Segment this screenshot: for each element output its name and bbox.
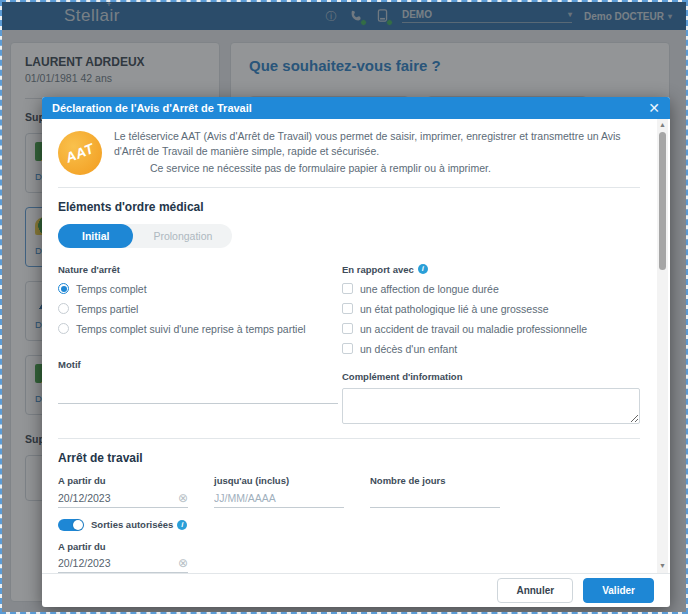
scrollbar-thumb[interactable] — [659, 132, 666, 270]
aat-declaration-modal: Déclaration de l'Avis d'Arrêt de Travail… — [42, 97, 670, 607]
checkbox-label: un décès d'un enfant — [360, 343, 457, 355]
sorties-toggle-row: Sorties autorisées i — [58, 519, 640, 531]
radio-label: Temps complet — [76, 283, 147, 295]
aat-logo-icon: AAT — [58, 131, 102, 175]
sorties-toggle[interactable] — [58, 519, 84, 531]
intro-text: Le téléservice AAT (Avis d'Arrêt de Trav… — [114, 129, 640, 177]
sorties-toggle-label: Sorties autorisées i — [91, 519, 187, 530]
intro-line-1: Le téléservice AAT (Avis d'Arrêt de Trav… — [114, 129, 640, 159]
sorties-label-text: Sorties autorisées — [91, 519, 173, 530]
radio-icon[interactable] — [58, 303, 69, 314]
tab-prolongation[interactable]: Prolongation — [133, 224, 232, 248]
rapport-label: En rapport avec i — [342, 264, 640, 275]
medical-form-grid: Nature d'arrêt Temps complet Temps parti… — [58, 264, 640, 428]
until-date-input[interactable] — [214, 492, 344, 504]
cancel-button[interactable]: Annuler — [497, 578, 573, 603]
clear-icon[interactable]: ⊗ — [178, 493, 188, 503]
modal-body: AAT Le téléservice AAT (Avis d'Arrêt de … — [42, 119, 670, 573]
motif-field: Motif — [58, 359, 338, 404]
complement-textarea[interactable] — [342, 388, 640, 424]
aat-logo-text: AAT — [63, 140, 96, 166]
radio-icon[interactable] — [58, 323, 69, 334]
checkbox-deces-enfant[interactable]: un décès d'un enfant — [342, 343, 640, 355]
nature-column: Nature d'arrêt Temps complet Temps parti… — [58, 264, 342, 428]
days-count-input[interactable] — [370, 492, 500, 504]
days-count-label: Nombre de jours — [370, 475, 518, 486]
motif-label: Motif — [58, 359, 338, 370]
from-date-input-wrap: ⊗ — [58, 490, 188, 508]
checkbox-icon[interactable] — [342, 283, 353, 294]
modal-title: Déclaration de l'Avis d'Arrêt de Travail — [52, 102, 252, 114]
info-icon[interactable]: i — [418, 264, 428, 274]
radio-label: Temps complet suivi d'une reprise à temp… — [76, 323, 306, 335]
motif-input-wrap — [58, 386, 338, 404]
from-date-input[interactable] — [58, 492, 178, 504]
checkbox-icon[interactable] — [342, 303, 353, 314]
checkbox-icon[interactable] — [342, 343, 353, 354]
checkbox-grossesse[interactable]: un état pathologique lié à une grossesse — [342, 303, 640, 315]
from-date-field: A partir du ⊗ — [58, 475, 206, 508]
complement-label: Complément d'information — [342, 371, 640, 382]
radio-temps-partiel[interactable]: Temps partiel — [58, 303, 342, 315]
radio-temps-complet-reprise[interactable]: Temps complet suivi d'une reprise à temp… — [58, 323, 342, 335]
scroll-up-icon[interactable]: ▲ — [657, 119, 668, 130]
arret-section-title: Arrêt de travail — [58, 451, 640, 465]
nature-label: Nature d'arrêt — [58, 264, 342, 275]
info-icon[interactable]: i — [177, 520, 187, 530]
toggle-knob — [73, 520, 83, 530]
days-count-input-wrap — [370, 490, 500, 508]
from-date-label: A partir du — [58, 475, 206, 486]
divider — [58, 438, 640, 439]
checkbox-icon[interactable] — [342, 323, 353, 334]
modal-footer: Annuler Valider — [42, 573, 670, 607]
clear-icon[interactable]: ⊗ — [178, 558, 188, 568]
checkbox-accident-travail[interactable]: un accident de travail ou maladie profes… — [342, 323, 640, 335]
radio-icon[interactable] — [58, 283, 69, 294]
checkbox-label: un accident de travail ou maladie profes… — [360, 323, 587, 335]
tab-initial[interactable]: Initial — [58, 224, 133, 248]
arret-dates-row: A partir du ⊗ jusqu'au (inclus) Nombre d… — [58, 475, 640, 508]
screen: Stellair + ⓘ DEMO ▾ Demo DOCTEUR ▾ — [0, 0, 688, 614]
submit-button[interactable]: Valider — [583, 578, 654, 603]
sorties-from-field: A partir du ⊗ — [58, 541, 640, 573]
until-date-label: jusqu'au (inclus) — [214, 475, 362, 486]
sorties-from-input[interactable] — [58, 557, 178, 569]
motif-input[interactable] — [58, 388, 338, 400]
modal-scrollbar[interactable]: ▲ ▼ — [657, 119, 668, 573]
radio-temps-complet[interactable]: Temps complet — [58, 283, 342, 295]
complement-field: Complément d'information — [342, 371, 640, 428]
until-date-field: jusqu'au (inclus) — [214, 475, 362, 508]
divider — [58, 187, 640, 188]
checkbox-ald[interactable]: une affection de longue durée — [342, 283, 640, 295]
intro-line-2: Ce service ne nécessite pas de formulair… — [150, 161, 640, 176]
sorties-from-input-wrap: ⊗ — [58, 555, 188, 573]
service-intro: AAT Le téléservice AAT (Avis d'Arrêt de … — [58, 129, 640, 177]
until-date-input-wrap — [214, 490, 344, 508]
arret-type-toggle: Initial Prolongation — [58, 224, 232, 248]
rapport-column: En rapport avec i une affection de longu… — [342, 264, 640, 428]
close-icon[interactable]: ✕ — [648, 101, 660, 115]
checkbox-label: une affection de longue durée — [360, 283, 499, 295]
medical-section-title: Eléments d'ordre médical — [58, 200, 640, 214]
sorties-from-label: A partir du — [58, 541, 640, 552]
checkbox-label: un état pathologique lié à une grossesse — [360, 303, 549, 315]
modal-header: Déclaration de l'Avis d'Arrêt de Travail… — [42, 97, 670, 119]
days-count-field: Nombre de jours — [370, 475, 518, 508]
rapport-label-text: En rapport avec — [342, 264, 414, 275]
radio-label: Temps partiel — [76, 303, 138, 315]
scroll-down-icon[interactable]: ▼ — [657, 560, 668, 571]
